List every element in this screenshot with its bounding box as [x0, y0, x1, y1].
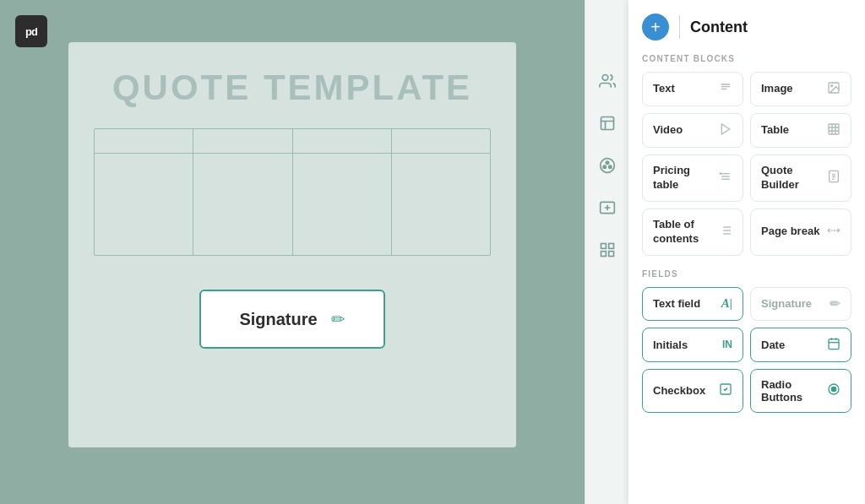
table-col — [95, 154, 193, 255]
text-block-icon — [719, 81, 732, 97]
field-date-label: Date — [761, 339, 785, 351]
svg-point-18 — [720, 173, 721, 174]
svg-rect-10 — [608, 252, 613, 257]
table-block-icon — [827, 122, 841, 138]
add-content-button[interactable]: + — [642, 14, 669, 41]
embed-icon[interactable] — [594, 110, 621, 137]
table-col — [193, 154, 292, 255]
logo: pd — [15, 15, 47, 47]
block-quote-builder[interactable]: Quote Builder — [750, 154, 851, 202]
block-table[interactable]: Table — [750, 113, 851, 148]
block-image[interactable]: Image — [750, 72, 851, 106]
field-signature-label: Signature — [761, 297, 812, 310]
block-quote-builder-label: Quote Builder — [761, 164, 827, 192]
palette-icon[interactable] — [594, 152, 621, 179]
radio-icon — [827, 382, 841, 398]
field-initials-label: Initials — [653, 339, 688, 351]
svg-point-32 — [831, 387, 835, 391]
block-text-label: Text — [653, 82, 675, 96]
svg-rect-26 — [829, 339, 839, 349]
svg-point-4 — [603, 165, 606, 168]
block-pricing-table[interactable]: Pricing table — [642, 154, 743, 202]
header-divider — [679, 15, 680, 39]
field-signature: Signature ✏ — [750, 287, 851, 321]
block-video[interactable]: Video — [642, 113, 743, 148]
text-field-icon: A| — [721, 296, 732, 311]
field-checkbox[interactable]: Checkbox — [642, 369, 743, 413]
checkbox-icon — [719, 382, 732, 398]
table-header-cell — [95, 129, 193, 153]
svg-rect-7 — [601, 244, 606, 249]
svg-rect-9 — [601, 252, 606, 257]
content-blocks-grid: Text Image — [642, 72, 851, 256]
initials-icon: IN — [722, 339, 732, 350]
panel-header: + Content — [642, 14, 851, 41]
field-initials[interactable]: Initials IN — [642, 328, 743, 362]
content-panel: + Content CONTENT BLOCKS Text Image — [628, 0, 865, 504]
signature-edit-icon: ✏ — [331, 309, 345, 329]
plus-icon: + — [650, 18, 661, 37]
quote-builder-icon — [827, 170, 841, 186]
date-icon — [827, 337, 841, 353]
table-col — [392, 154, 490, 255]
field-text-field[interactable]: Text field A| — [642, 287, 743, 321]
svg-rect-14 — [829, 124, 839, 134]
table-header-cell — [392, 129, 490, 153]
block-toc-label: Table of contents — [653, 218, 719, 247]
signature-box[interactable]: Signature ✏ — [199, 290, 385, 349]
table-header-cell — [193, 129, 292, 153]
toc-icon — [719, 224, 732, 240]
video-block-icon — [719, 122, 732, 138]
page-break-icon — [827, 224, 841, 240]
table-col — [293, 154, 392, 255]
users-icon[interactable] — [594, 68, 621, 95]
content-blocks-label: CONTENT BLOCKS — [642, 54, 851, 63]
sidebar — [585, 0, 628, 504]
main-area: pd QUOTE TEMPLATE Signature ✏ — [0, 0, 585, 504]
field-radio-buttons[interactable]: Radio Buttons — [750, 369, 851, 413]
svg-marker-13 — [721, 124, 729, 134]
block-table-label: Table — [761, 123, 789, 138]
pricing-icon[interactable] — [594, 194, 621, 221]
block-page-break-label: Page break — [761, 225, 819, 239]
block-page-break[interactable]: Page break — [750, 209, 851, 256]
svg-point-3 — [606, 161, 608, 164]
signature-field-icon: ✏ — [830, 296, 841, 312]
svg-rect-1 — [601, 117, 613, 130]
field-date[interactable]: Date — [750, 328, 851, 362]
signature-label: Signature — [239, 310, 317, 329]
document-canvas: QUOTE TEMPLATE Signature ✏ — [68, 42, 516, 447]
right-panel: + Content CONTENT BLOCKS Text Image — [585, 0, 865, 504]
document-title: QUOTE TEMPLATE — [112, 68, 472, 108]
document-table — [94, 128, 491, 256]
svg-point-12 — [831, 85, 833, 87]
svg-point-5 — [608, 165, 611, 168]
table-header-cell — [293, 129, 392, 153]
image-block-icon — [827, 81, 841, 97]
block-table-of-contents[interactable]: Table of contents — [642, 209, 743, 256]
block-text[interactable]: Text — [642, 72, 743, 106]
block-image-label: Image — [761, 82, 793, 96]
block-video-label: Video — [653, 123, 683, 138]
field-text-label: Text field — [653, 297, 700, 310]
table-header — [95, 129, 490, 154]
pricing-table-icon — [719, 170, 732, 186]
fields-grid: Text field A| Signature ✏ Initials IN Da… — [642, 287, 851, 413]
table-body — [95, 154, 490, 255]
grid-icon[interactable] — [594, 236, 621, 263]
field-radio-label: Radio Buttons — [761, 378, 827, 404]
panel-title: Content — [690, 19, 748, 36]
block-pricing-table-label: Pricing table — [653, 164, 719, 192]
field-checkbox-label: Checkbox — [653, 384, 705, 397]
fields-label: FIELDS — [642, 269, 851, 279]
svg-rect-8 — [608, 244, 613, 249]
svg-point-0 — [602, 75, 608, 81]
